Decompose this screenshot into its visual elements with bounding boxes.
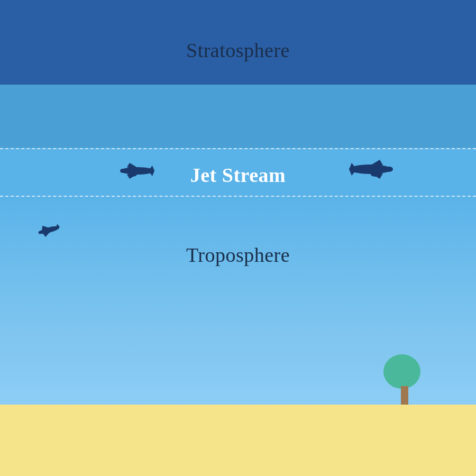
jet-stream-bottom-boundary (0, 196, 476, 197)
svg-point-14 (371, 164, 380, 168)
svg-point-15 (371, 172, 380, 177)
upper-troposphere-layer (0, 85, 476, 148)
airplane-tropo-small (34, 221, 63, 242)
tree (386, 354, 423, 407)
airplane-jet-right (344, 153, 397, 187)
svg-point-5 (120, 169, 125, 173)
tree-canopy (383, 354, 420, 389)
stratosphere-label: Stratosphere (0, 39, 476, 62)
svg-point-13 (386, 167, 393, 172)
airplane-jet-left (116, 158, 159, 186)
svg-point-6 (130, 167, 137, 170)
atmosphere-diagram: Stratosphere Jet Stream Troposphere (0, 0, 476, 476)
svg-point-7 (130, 173, 137, 177)
jet-stream-top-boundary (0, 148, 476, 149)
ground-layer (0, 405, 476, 476)
tree-trunk (401, 386, 408, 405)
troposphere-label: Troposphere (0, 243, 476, 267)
jet-stream-label: Jet Stream (0, 163, 476, 187)
